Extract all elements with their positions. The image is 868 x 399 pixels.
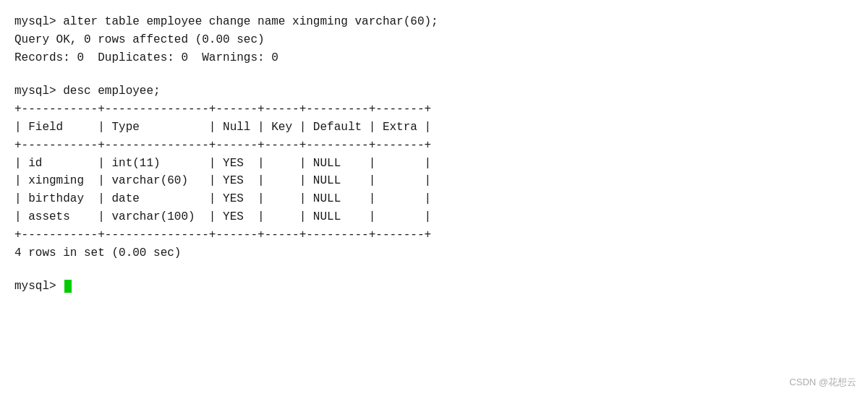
- terminal-line-line10: | birthday | date | YES | | NULL | |: [14, 190, 854, 208]
- terminal-line-line9: | xingming | varchar(60) | YES | | NULL …: [14, 172, 854, 190]
- terminal-line-line5: +-----------+---------------+------+----…: [14, 100, 854, 119]
- terminal-line-line2: Query OK, 0 rows affected (0.00 sec): [14, 31, 854, 49]
- terminal-line-line11: | assets | varchar(100) | YES | | NULL |…: [14, 208, 854, 226]
- terminal-cursor: [64, 280, 72, 293]
- terminal-line-line12: +-----------+---------------+------+----…: [14, 226, 854, 244]
- terminal-line-line7: +-----------+---------------+------+----…: [14, 137, 854, 155]
- terminal-prompt-line: mysql>: [14, 278, 854, 296]
- terminal-line-line6: | Field | Type | Null | Key | Default | …: [14, 119, 854, 137]
- terminal-spacer: [14, 66, 854, 82]
- terminal-line-line3: Records: 0 Duplicates: 0 Warnings: 0: [14, 49, 854, 67]
- terminal-line-line4: mysql> desc employee;: [14, 82, 854, 100]
- terminal-window: mysql> alter table employee change name …: [0, 0, 868, 399]
- terminal-content: mysql> alter table employee change name …: [14, 13, 854, 296]
- terminal-spacer: [14, 262, 854, 278]
- terminal-line-line8: | id | int(11) | YES | | NULL | |: [14, 155, 854, 173]
- watermark-label: CSDN @花想云: [789, 376, 856, 389]
- terminal-line-line13: 4 rows in set (0.00 sec): [14, 244, 854, 262]
- terminal-line-line1: mysql> alter table employee change name …: [14, 13, 854, 31]
